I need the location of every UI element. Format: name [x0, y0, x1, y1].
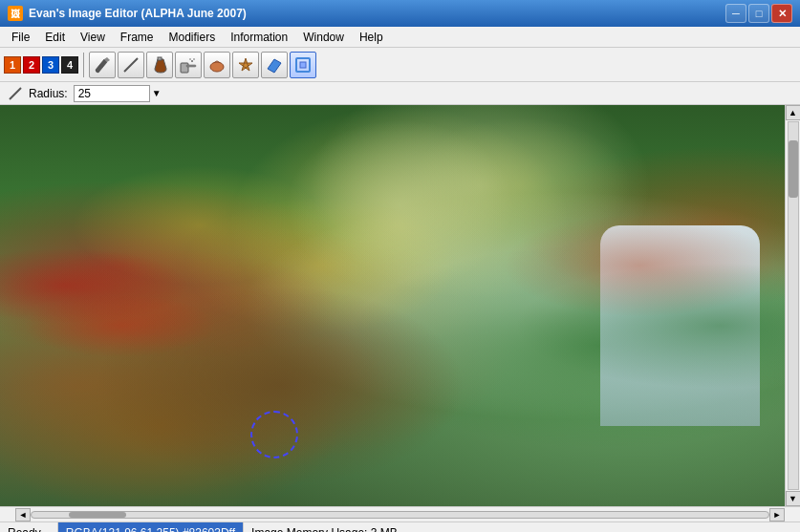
menu-window[interactable]: Window [295, 29, 352, 46]
close-button[interactable]: ✕ [771, 4, 792, 23]
scroll-left-button[interactable]: ◄ [15, 508, 31, 521]
vertical-scrollbar[interactable]: ▲ ▼ [785, 105, 800, 506]
radius-value-box: ▼ [74, 85, 162, 102]
title-bar-left: 🖼 Evan's Image Editor (ALPHA June 2007) [8, 6, 247, 21]
svg-point-5 [193, 58, 195, 60]
minimize-button[interactable]: ─ [725, 4, 746, 23]
svg-point-4 [191, 60, 193, 62]
layer-1[interactable]: 1 [4, 56, 21, 74]
title-bar-controls: ─ □ ✕ [725, 4, 792, 23]
app-icon: 🖼 [8, 6, 23, 21]
dropper-tool-button[interactable] [290, 52, 316, 78]
status-ready: Ready... [0, 522, 58, 532]
menu-bar: File Edit View Frame Modifiers Informati… [0, 27, 800, 48]
scroll-down-button[interactable]: ▼ [786, 491, 801, 506]
layer-3[interactable]: 3 [42, 56, 59, 74]
svg-rect-3 [186, 65, 196, 67]
toolbar: 1 2 3 4 [0, 48, 800, 82]
layer-4[interactable]: 4 [61, 56, 78, 74]
menu-frame[interactable]: Frame [113, 29, 162, 46]
svg-point-7 [210, 62, 224, 72]
title-bar: 🖼 Evan's Image Editor (ALPHA June 2007) … [0, 0, 800, 27]
shape-tool-button[interactable] [232, 52, 259, 78]
scroll-thumb-horizontal[interactable] [69, 512, 126, 518]
scroll-up-button[interactable]: ▲ [786, 105, 801, 120]
svg-line-0 [124, 58, 138, 72]
svg-point-6 [189, 58, 191, 60]
canvas-container[interactable]: ▲ ▼ [0, 105, 800, 506]
svg-rect-2 [181, 63, 188, 73]
scroll-track-horizontal [31, 511, 769, 519]
eraser-tool-button[interactable] [261, 52, 288, 78]
status-memory: Image Memory Usage: 3 MB [244, 522, 800, 532]
waterfall [600, 225, 760, 426]
scroll-thumb-vertical[interactable] [789, 140, 798, 198]
status-rgba: RGBA(131,96,61,255) #83603Dff [58, 522, 244, 532]
toolbar-separator-1 [83, 53, 84, 77]
menu-view[interactable]: View [73, 29, 113, 46]
menu-file[interactable]: File [4, 29, 37, 46]
radius-dropdown[interactable]: ▼ [152, 88, 162, 98]
svg-rect-9 [300, 62, 306, 68]
menu-information[interactable]: Information [223, 29, 295, 46]
bucket-tool-button[interactable] [146, 52, 173, 78]
scroll-track-vertical [788, 121, 799, 490]
maximize-button[interactable]: □ [748, 4, 769, 23]
svg-line-10 [10, 88, 21, 99]
smudge-tool-button[interactable] [204, 52, 230, 78]
scroll-right-button[interactable]: ► [769, 508, 785, 521]
radius-icon [8, 86, 23, 101]
title-bar-text: Evan's Image Editor (ALPHA June 2007) [29, 7, 247, 20]
menu-help[interactable]: Help [352, 29, 391, 46]
layer-2[interactable]: 2 [23, 56, 40, 74]
brush-tool-button[interactable] [89, 52, 116, 78]
radius-bar: Radius: ▼ [0, 82, 800, 105]
line-tool-button[interactable] [118, 52, 144, 78]
spray-tool-button[interactable] [175, 52, 202, 78]
status-bar: Ready... RGBA(131,96,61,255) #83603Dff I… [0, 521, 800, 532]
menu-edit[interactable]: Edit [37, 29, 73, 46]
svg-rect-1 [158, 57, 162, 60]
main-image [0, 105, 800, 506]
menu-modifiers[interactable]: Modifiers [162, 29, 224, 46]
horizontal-scrollbar[interactable]: ◄ ► [0, 506, 800, 521]
radius-input[interactable] [74, 85, 150, 102]
radius-label: Radius: [29, 87, 68, 100]
